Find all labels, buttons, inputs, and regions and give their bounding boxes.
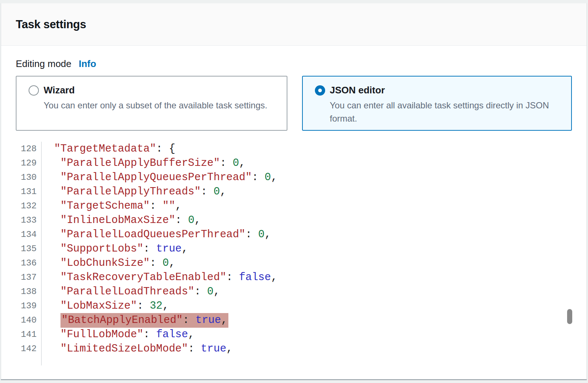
editing-mode-row: Editing mode Info <box>16 58 572 70</box>
code-line-text[interactable]: "ParallelApplyBufferSize": 0, <box>42 156 246 170</box>
option-top: JSON editor <box>315 85 572 96</box>
radio-unchecked-icon[interactable] <box>29 85 39 96</box>
editing-mode-label: Editing mode <box>16 58 71 70</box>
option-label-json-editor: JSON editor <box>330 85 385 96</box>
line-number: 133 <box>1 213 42 227</box>
panel-body: Editing mode Info Wizard You can enter o… <box>1 58 587 365</box>
line-number: 132 <box>1 199 42 213</box>
line-number: 138 <box>1 285 42 299</box>
line-number: 137 <box>1 270 42 285</box>
panel-header: Task settings <box>1 3 587 46</box>
code-line[interactable]: 128 "TargetMetadata": { <box>1 142 572 156</box>
highlighted-code[interactable]: "BatchApplyEnabled": true, <box>60 313 229 328</box>
line-number: 141 <box>1 327 42 342</box>
code-line[interactable]: 137 "TaskRecoveryTableEnabled": false, <box>1 270 572 285</box>
radio-checked-icon[interactable] <box>315 85 325 96</box>
code-line[interactable]: 139 "LobMaxSize": 32, <box>1 299 572 313</box>
option-label-wizard: Wizard <box>44 85 75 96</box>
code-line-text[interactable]: "LimitedSizeLobMode": true, <box>42 342 233 356</box>
option-top: Wizard <box>29 85 287 96</box>
line-number: 130 <box>1 170 42 185</box>
line-number: 134 <box>1 227 42 242</box>
line-number: 128 <box>1 142 42 156</box>
code-line[interactable]: 132 "TargetSchema": "", <box>1 199 572 213</box>
code-line-text[interactable]: "LobMaxSize": 32, <box>42 299 169 313</box>
line-number: 140 <box>1 313 42 327</box>
code-line[interactable]: 142 "LimitedSizeLobMode": true, <box>1 342 572 356</box>
code-line-text[interactable]: "ParallelLoadQueuesPerThread": 0, <box>42 227 271 242</box>
gutter-tail <box>1 356 42 365</box>
code-line[interactable]: 138 "ParallelLoadThreads": 0, <box>1 285 572 299</box>
line-number: 139 <box>1 299 42 313</box>
option-description-json-editor: You can enter all available task setting… <box>330 99 557 125</box>
task-settings-panel: Task settings Editing mode Info Wizard Y… <box>1 3 587 380</box>
line-number: 142 <box>1 342 42 356</box>
code-line-text[interactable]: "ParallelApplyQueuesPerThread": 0, <box>42 170 278 185</box>
code-line-text[interactable]: "ParallelApplyThreads": 0, <box>42 185 226 199</box>
code-line[interactable]: 135 "SupportLobs": true, <box>1 242 572 256</box>
code-line-text[interactable]: "SupportLobs": true, <box>42 242 188 256</box>
code-line-text[interactable]: "TargetSchema": "", <box>42 199 181 213</box>
scrollbar-thumb[interactable] <box>567 309 572 324</box>
code-line-text[interactable]: "LobChunkSize": 0, <box>42 256 175 270</box>
code-line-text[interactable]: "BatchApplyEnabled": true, <box>42 313 228 327</box>
code-line-text[interactable]: "FullLobMode": false, <box>42 327 194 342</box>
line-number: 136 <box>1 256 42 270</box>
editing-mode-options: Wizard You can enter only a subset of th… <box>16 76 572 131</box>
code-line-text[interactable]: "TargetMetadata": { <box>42 142 175 156</box>
code-line-text[interactable]: "ParallelLoadThreads": 0, <box>42 285 220 299</box>
line-number: 135 <box>1 242 42 256</box>
code-line[interactable]: 130 "ParallelApplyQueuesPerThread": 0, <box>1 170 572 185</box>
code-line[interactable]: 134 "ParallelLoadQueuesPerThread": 0, <box>1 227 572 242</box>
code-line-text[interactable]: "TaskRecoveryTableEnabled": false, <box>42 270 278 285</box>
code-line[interactable]: 140 "BatchApplyEnabled": true, <box>1 313 572 327</box>
option-description-wizard: You can enter only a subset of the avail… <box>44 99 271 112</box>
code-line[interactable]: 133 "InlineLobMaxSize": 0, <box>1 213 572 227</box>
json-code-editor[interactable]: 128 "TargetMetadata": {129 "ParallelAppl… <box>1 142 572 365</box>
option-card-json-editor[interactable]: JSON editor You can enter all available … <box>302 76 572 131</box>
line-number: 129 <box>1 156 42 170</box>
option-card-wizard[interactable]: Wizard You can enter only a subset of th… <box>16 76 287 131</box>
code-line-text[interactable]: "InlineLobMaxSize": 0, <box>42 213 201 227</box>
code-line[interactable]: 129 "ParallelApplyBufferSize": 0, <box>1 156 572 170</box>
page-title: Task settings <box>16 18 86 31</box>
info-link[interactable]: Info <box>79 58 96 70</box>
code-line[interactable]: 141 "FullLobMode": false, <box>1 327 572 342</box>
line-number: 131 <box>1 185 42 199</box>
code-line[interactable]: 136 "LobChunkSize": 0, <box>1 256 572 270</box>
code-line[interactable]: 131 "ParallelApplyThreads": 0, <box>1 185 572 199</box>
